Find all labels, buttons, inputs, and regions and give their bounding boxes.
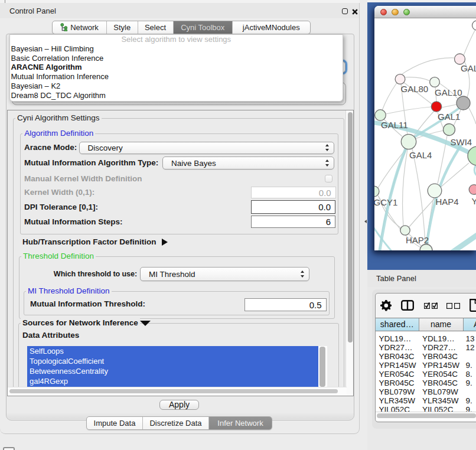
- document-icon[interactable]: [469, 299, 476, 312]
- node-label-GAL-pink: GAL: [461, 63, 476, 73]
- network-node-HAP4[interactable]: [428, 184, 442, 198]
- gear-icon[interactable]: [380, 300, 392, 311]
- mi-steps-field[interactable]: 6: [251, 216, 335, 229]
- list-item[interactable]: gal4RGexp: [27, 376, 318, 386]
- tab-network[interactable]: Network: [53, 21, 107, 34]
- tab-jactivemnodules[interactable]: jActiveMNodules: [233, 21, 310, 34]
- combo-stepper-icon: [301, 270, 305, 278]
- table-row[interactable]: YBR045CYBR045C9.: [376, 379, 476, 387]
- column-header-name[interactable]: name: [419, 318, 464, 331]
- node-label-GAL11: GAL11: [381, 120, 408, 130]
- column-header-shared[interactable]: shared…: [376, 318, 419, 331]
- table-row[interactable]: YBR043CYBR043C: [376, 352, 476, 361]
- menu-item[interactable]: Bayesian – K2: [10, 81, 343, 91]
- menu-item[interactable]: Dream8 DC_TDC Algorithm: [10, 91, 343, 100]
- hub-definition-label[interactable]: Hub/Transcription Factor Definition: [22, 237, 157, 247]
- cell-name: YBR045C: [422, 379, 458, 387]
- mi-threshold-field[interactable]: 0.5: [244, 298, 327, 312]
- divider-collapse-arrow[interactable]: [364, 220, 367, 223]
- apply-button[interactable]: Apply: [159, 400, 199, 410]
- network-node-GAL1[interactable]: [431, 102, 441, 112]
- menu-item[interactable]: ARACNE Algorithm: [10, 63, 343, 72]
- data-attributes-list[interactable]: SelfLoopsTopologicalCoefficientBetweenne…: [27, 346, 328, 387]
- network-window-titlebar[interactable]: [374, 6, 476, 18]
- list-item[interactable]: BetweennessCentrality: [27, 366, 318, 376]
- kernel-width-field[interactable]: 0.0: [251, 187, 336, 198]
- manual-kernel-checkbox[interactable]: [325, 175, 333, 182]
- node-label-GAL4: GAL4: [409, 150, 432, 160]
- close-traffic-light[interactable]: [380, 9, 387, 16]
- cell-shared: YLR345W: [379, 396, 416, 405]
- node-label-GAL10: GAL10: [435, 87, 462, 97]
- table-row[interactable]: YBL079WYBL079W: [376, 387, 476, 396]
- column-header-label: A: [464, 318, 476, 331]
- deselect-all-icon[interactable]: [446, 302, 461, 309]
- zoom-traffic-light[interactable]: [403, 9, 410, 16]
- bottom-left-button[interactable]: [3, 447, 15, 450]
- cell-shared: YBL079W: [379, 387, 415, 396]
- cell-name: YDL19…: [422, 334, 455, 343]
- menu-item[interactable]: Basic Correlation Inference: [10, 54, 343, 63]
- network-node-Y-pink[interactable]: [469, 185, 476, 195]
- close-icon[interactable]: [352, 9, 358, 15]
- sources-group-title[interactable]: Sources for Network Inference: [21, 318, 140, 327]
- network-node-GAL10[interactable]: [430, 77, 440, 87]
- threshold-definition-title: Threshold Definition: [21, 252, 96, 260]
- list-item[interactable]: TopologicalCoefficient: [27, 356, 318, 366]
- select-all-icon[interactable]: [424, 302, 438, 309]
- table-row[interactable]: YDL19…YDL19…13: [376, 334, 476, 343]
- network-edge: [404, 77, 430, 81]
- network-node-GAL80[interactable]: [395, 74, 405, 84]
- table-row[interactable]: YER054CYER054C8.: [376, 370, 476, 379]
- tab-label: jActiveMNodules: [243, 23, 300, 32]
- table-panel-titlebar[interactable]: Table Panel: [367, 270, 476, 287]
- sources-collapse-arrow-icon[interactable]: [140, 321, 151, 326]
- network-node-GAL4[interactable]: [401, 134, 416, 149]
- tab-label: Discretize Data: [149, 419, 201, 428]
- menu-item[interactable]: Mutual Information Inference: [10, 72, 343, 81]
- list-item[interactable]: SelfLoops: [27, 346, 318, 356]
- aracne-mode-combo[interactable]: Discovery: [79, 142, 334, 155]
- table-row[interactable]: YLR345WYLR345W9.: [376, 396, 476, 405]
- network-node-SWI4[interactable]: [444, 124, 455, 136]
- node-label-SWI4: SWI4: [451, 137, 472, 147]
- node-attribute-table[interactable]: shared…nameAYDL19…YDL19…13YDR27…YDR27…12…: [376, 318, 476, 412]
- menu-item[interactable]: Bayesian – Hill Climbing: [10, 44, 343, 54]
- horizontal-scrollbar-thumb[interactable]: [9, 389, 338, 394]
- dpi-tolerance-field[interactable]: 0.0: [251, 200, 335, 214]
- mi-threshold-value: 0.5: [309, 299, 322, 309]
- network-canvas[interactable]: GALGAL80GAL10GAL1GAL11SWI4GAL4GCY1HAP4YH…: [374, 18, 476, 250]
- control-panel-titlebar[interactable]: Control Panel: [0, 3, 359, 18]
- network-node-bottom-node[interactable]: [420, 244, 432, 251]
- list-scrollbar-thumb[interactable]: [319, 347, 325, 387]
- network-node-HAP2[interactable]: [400, 226, 410, 235]
- table-hscrollbar-thumb[interactable]: [377, 413, 476, 418]
- tab-select[interactable]: Select: [138, 21, 174, 34]
- column-header-A[interactable]: A: [464, 318, 476, 331]
- tab-discretize-data[interactable]: Discretize Data: [143, 417, 209, 429]
- table-row[interactable]: YDR27…YDR27…12: [376, 343, 476, 352]
- hub-expand-arrow-icon[interactable]: [162, 239, 168, 246]
- which-threshold-combo[interactable]: MI Threshold: [140, 267, 309, 281]
- control-panel-tabs: NetworkStyleSelectCyni ToolboxjActiveMNo…: [52, 21, 311, 34]
- column-header-label: shared…: [380, 319, 414, 329]
- tab-cyni-toolbox[interactable]: Cyni Toolbox: [174, 21, 233, 34]
- minimize-traffic-light[interactable]: [392, 9, 399, 16]
- network-edge: [403, 149, 407, 226]
- float-window-icon[interactable]: [342, 8, 348, 14]
- network-node-GAL11[interactable]: [375, 110, 386, 121]
- vertical-scrollbar-thumb[interactable]: [348, 112, 353, 343]
- table-row[interactable]: YPR145WYPR145W9.: [376, 361, 476, 370]
- tab-impute-data[interactable]: Impute Data: [87, 417, 143, 429]
- tab-style[interactable]: Style: [107, 21, 138, 34]
- mi-type-combo[interactable]: Naive Bayes: [162, 156, 334, 169]
- network-node-gray-node[interactable]: [457, 96, 470, 110]
- network-node-big-green[interactable]: [468, 146, 476, 165]
- tab-infer-network[interactable]: Infer Network: [209, 417, 272, 429]
- split-divider[interactable]: [360, 0, 367, 450]
- network-node-edge-top[interactable]: [472, 21, 476, 30]
- cell-name: YBR043C: [422, 352, 458, 361]
- split-panel-icon[interactable]: [401, 300, 414, 311]
- control-panel-title: Control Panel: [9, 6, 56, 15]
- tab-label: Select: [145, 23, 166, 32]
